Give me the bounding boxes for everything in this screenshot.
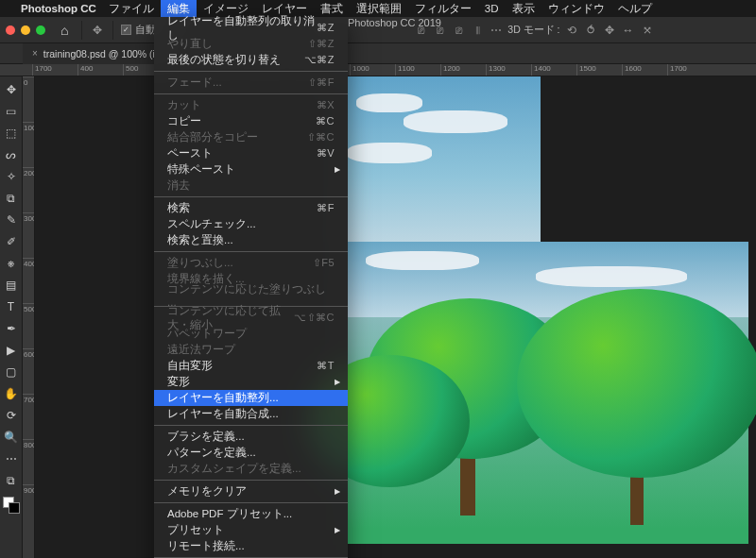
move-tool-icon[interactable]: ✥ xyxy=(90,24,105,37)
menu-item-label: カット xyxy=(167,98,201,112)
pen-tool-icon[interactable]: ✒ xyxy=(2,319,21,338)
screen-mode-icon[interactable]: ⧉ xyxy=(2,471,21,490)
orbit-icon[interactable]: ⟲ xyxy=(564,24,579,37)
menu-item: パペットワープ xyxy=(154,326,348,342)
menu-item-label: プリセット xyxy=(167,523,224,537)
slide-icon[interactable]: ↔ xyxy=(621,24,636,37)
artboard-tool-icon[interactable]: ▭ xyxy=(2,102,21,121)
layer-image-2 xyxy=(347,242,748,544)
distribute-icon[interactable]: ⫴ xyxy=(470,24,485,37)
menu-item-label: フェード... xyxy=(167,76,222,90)
menu-item-label: 遠近法ワープ xyxy=(167,343,235,357)
scale-icon[interactable]: ⤧ xyxy=(640,24,655,37)
menu-item-shortcut: ⇧F5 xyxy=(313,257,335,269)
menu-item[interactable]: Adobe PDF プリセット... xyxy=(154,506,348,522)
ruler-horizontal[interactable]: 1700400500600700800900100011001200130014… xyxy=(0,64,756,76)
hand-tool-icon[interactable]: ✋ xyxy=(2,384,21,403)
menu-item-shortcut: ⌘F xyxy=(317,202,335,214)
clone-stamp-tool-icon[interactable]: ⎈ xyxy=(2,254,21,273)
menu-item[interactable]: 検索⌘F xyxy=(154,200,348,216)
menu-item-label: 自由変形 xyxy=(167,359,213,373)
menu-item[interactable]: リモート接続... xyxy=(154,538,348,554)
edit-toolbar-icon[interactable]: ⋯ xyxy=(2,449,21,468)
menu-ヘルプ[interactable]: ヘルプ xyxy=(611,0,659,17)
menu-item-label: パターンを定義... xyxy=(167,446,256,460)
menu-item: やり直し⇧⌘Z xyxy=(154,36,348,52)
move-tool-icon[interactable]: ✥ xyxy=(2,80,21,99)
close-tab-icon[interactable]: × xyxy=(32,48,38,59)
divider xyxy=(112,21,113,40)
menu-item[interactable]: 最後の状態を切り替え⌥⌘Z xyxy=(154,52,348,68)
menu-item[interactable]: コピー⌘C xyxy=(154,113,348,129)
brush-tool-icon[interactable]: ✐ xyxy=(2,232,21,251)
menu-item: コンテンツに応じて拡大・縮小⌥⇧⌘C xyxy=(154,310,348,326)
menu-item-label: Adobe PDF プリセット... xyxy=(167,507,292,521)
menu-ファイル[interactable]: ファイル xyxy=(102,0,161,17)
menu-item[interactable]: ブラシを定義... xyxy=(154,429,348,445)
more-icon[interactable]: ⋯ xyxy=(489,24,504,37)
menu-item: 遠近法ワープ xyxy=(154,342,348,358)
menu-item[interactable]: 変形 xyxy=(154,374,348,390)
zoom-tool-icon[interactable]: 🔍 xyxy=(2,428,21,447)
eyedropper-tool-icon[interactable]: ✎ xyxy=(2,211,21,229)
menu-item[interactable]: パターンを定義... xyxy=(154,445,348,461)
menu-item[interactable]: プリセット xyxy=(154,522,348,538)
menu-item-label: やり直し xyxy=(167,37,213,51)
window-controls[interactable] xyxy=(6,25,45,35)
canvas[interactable] xyxy=(35,76,756,558)
minimize-window-icon[interactable] xyxy=(21,25,30,35)
roll-icon[interactable]: ⥀ xyxy=(583,24,598,37)
menu-選択範囲[interactable]: 選択範囲 xyxy=(350,0,408,17)
menu-item[interactable]: ペースト⌘V xyxy=(154,145,348,161)
menu-item[interactable]: スペルチェック... xyxy=(154,216,348,232)
menu-ウィンドウ[interactable]: ウィンドウ xyxy=(541,0,611,17)
align-right-icon[interactable]: ⎚ xyxy=(451,24,466,37)
menu-item[interactable]: レイヤーを自動整列の取り消し⌘Z xyxy=(154,20,348,36)
menu-書式[interactable]: 書式 xyxy=(314,0,350,17)
magic-wand-tool-icon[interactable]: ✧ xyxy=(2,167,21,186)
menu-item[interactable]: レイヤーを自動合成... xyxy=(154,406,348,422)
menu-item-shortcut: ⌘X xyxy=(317,99,335,111)
path-select-tool-icon[interactable]: ▶ xyxy=(2,341,21,360)
menu-item[interactable]: 自由変形⌘T xyxy=(154,358,348,374)
auto-select-checkbox[interactable]: ✓ xyxy=(121,25,131,35)
app-name[interactable]: Photoshop CC xyxy=(15,3,102,14)
menu-item[interactable]: 検索と置換... xyxy=(154,232,348,248)
menu-item: カスタムシェイプを定義... xyxy=(154,461,348,477)
menu-item-label: コピー xyxy=(167,114,201,128)
menu-item: フェード...⇧⌘F xyxy=(154,75,348,91)
mode-3d-label: 3D モード : xyxy=(507,24,559,37)
type-tool-icon[interactable]: T xyxy=(2,297,21,316)
crop-tool-icon[interactable]: ⧉ xyxy=(2,189,21,208)
menu-item[interactable]: レイヤーを自動整列... xyxy=(154,390,348,406)
close-window-icon[interactable] xyxy=(6,25,15,35)
shape-tool-icon[interactable]: ▢ xyxy=(2,363,21,381)
home-icon[interactable]: ⌂ xyxy=(60,23,68,38)
edit-menu-dropdown: レイヤーを自動整列の取り消し⌘Zやり直し⇧⌘Z最後の状態を切り替え⌥⌘Zフェード… xyxy=(154,17,348,558)
menu-item-label: メモリをクリア xyxy=(167,484,247,499)
menu-item-label: 消去 xyxy=(167,178,190,193)
foreground-background-colors[interactable] xyxy=(3,497,20,514)
lasso-tool-icon[interactable]: ᔕ xyxy=(2,145,21,164)
menu-3D[interactable]: 3D xyxy=(478,0,506,17)
zoom-window-icon[interactable] xyxy=(36,25,45,35)
gradient-tool-icon[interactable]: ▤ xyxy=(2,276,21,295)
menu-item-shortcut: ⌥⌘Z xyxy=(304,54,335,66)
menu-item-shortcut: ⌘V xyxy=(317,147,335,160)
menu-item-label: ブラシを定義... xyxy=(167,430,245,444)
pan-icon[interactable]: ✥ xyxy=(602,24,617,37)
menu-item-label: カスタムシェイプを定義... xyxy=(167,462,301,476)
menu-item-shortcut: ⌘C xyxy=(316,115,335,127)
menu-表示[interactable]: 表示 xyxy=(506,0,541,17)
document-tabs: × training08.psd @ 100% (iph_c... xyxy=(0,43,756,64)
menu-item[interactable]: メモリをクリア xyxy=(154,483,348,499)
mac-menubar: Photoshop CC ファイル編集イメージレイヤー書式選択範囲フィルター3D… xyxy=(0,0,756,17)
menu-item[interactable]: 特殊ペースト xyxy=(154,161,348,178)
marquee-tool-icon[interactable]: ⬚ xyxy=(2,124,21,143)
menu-item: 塗りつぶし...⇧F5 xyxy=(154,255,348,271)
menu-item-label: 最後の状態を切り替え xyxy=(167,53,281,67)
menu-フィルター[interactable]: フィルター xyxy=(408,0,478,17)
rotate-view-tool-icon[interactable]: ⟳ xyxy=(2,406,21,425)
menu-item: 結合部分をコピー⇧⌘C xyxy=(154,129,348,145)
ruler-vertical[interactable]: 0100200300400500600700800900 xyxy=(23,76,35,558)
